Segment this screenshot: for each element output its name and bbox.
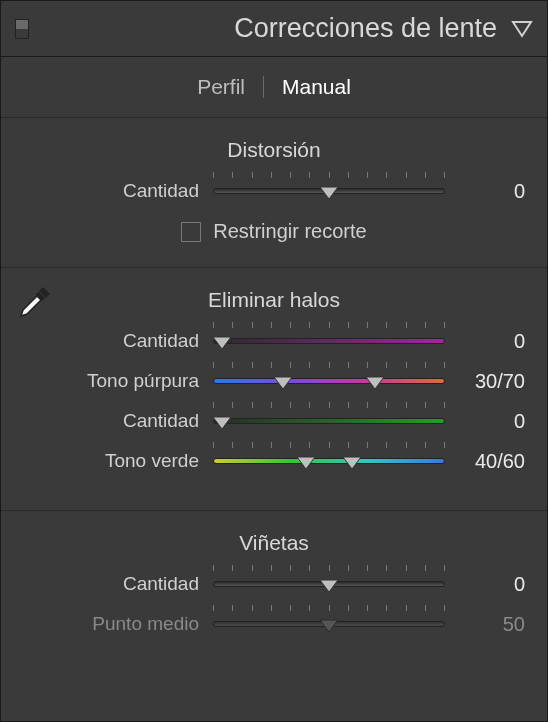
panel-body: Perfil Manual Distorsión Cantidad 0 xyxy=(1,57,547,673)
svg-marker-5 xyxy=(366,377,384,389)
vignette-section: Viñetas Cantidad 0 Punto medio xyxy=(1,511,547,673)
svg-marker-1 xyxy=(320,187,338,199)
green-amount-row: Cantidad 0 xyxy=(23,406,525,436)
distortion-amount-row: Cantidad 0 xyxy=(23,176,525,206)
purple-hue-label: Tono púrpura xyxy=(23,370,213,392)
vignette-amount-slider[interactable] xyxy=(213,571,445,597)
vignette-midpoint-slider[interactable] xyxy=(213,611,445,637)
distortion-section: Distorsión Cantidad 0 Restringir recorte xyxy=(1,118,547,268)
green-hue-value[interactable]: 40/60 xyxy=(445,450,525,473)
purple-hue-row: Tono púrpura 30/70 xyxy=(23,366,525,396)
slider-handle-low-icon[interactable] xyxy=(295,450,317,472)
svg-marker-4 xyxy=(274,377,292,389)
distortion-amount-value[interactable]: 0 xyxy=(445,180,525,203)
disclosure-triangle-icon[interactable] xyxy=(511,19,533,39)
constrain-crop-row: Restringir recorte xyxy=(23,220,525,243)
svg-marker-3 xyxy=(213,337,231,349)
green-hue-row: Tono verde 40/60 xyxy=(23,446,525,476)
slider-handle-icon[interactable] xyxy=(318,613,340,635)
mode-tabs: Perfil Manual xyxy=(1,57,547,118)
distortion-amount-label: Cantidad xyxy=(23,180,213,202)
purple-amount-slider[interactable] xyxy=(213,328,445,354)
svg-marker-0 xyxy=(513,22,531,36)
svg-marker-10 xyxy=(320,620,338,632)
panel-enable-toggle[interactable] xyxy=(15,19,29,39)
eyedropper-icon xyxy=(13,282,55,324)
eyedropper-tool[interactable] xyxy=(7,276,61,330)
slider-handle-icon[interactable] xyxy=(318,573,340,595)
slider-handle-icon[interactable] xyxy=(211,330,233,352)
green-amount-slider[interactable] xyxy=(213,408,445,434)
vignette-midpoint-label: Punto medio xyxy=(23,613,213,635)
slider-handle-high-icon[interactable] xyxy=(364,370,386,392)
svg-marker-8 xyxy=(343,457,361,469)
svg-marker-7 xyxy=(297,457,315,469)
purple-hue-value[interactable]: 30/70 xyxy=(445,370,525,393)
tab-profile[interactable]: Perfil xyxy=(197,75,245,99)
defringe-section: Eliminar halos Cantidad 0 Tono púrpura xyxy=(1,268,547,511)
svg-marker-9 xyxy=(320,580,338,592)
vignette-amount-value[interactable]: 0 xyxy=(445,573,525,596)
vignette-midpoint-row: Punto medio 50 xyxy=(23,609,525,639)
tab-separator xyxy=(263,76,264,98)
constrain-crop-label: Restringir recorte xyxy=(213,220,366,243)
purple-amount-value[interactable]: 0 xyxy=(445,330,525,353)
green-amount-label: Cantidad xyxy=(23,410,213,432)
slider-handle-icon[interactable] xyxy=(211,410,233,432)
constrain-crop-checkbox[interactable] xyxy=(181,222,201,242)
slider-handle-low-icon[interactable] xyxy=(272,370,294,392)
defringe-title: Eliminar halos xyxy=(23,288,525,312)
vignette-amount-label: Cantidad xyxy=(23,573,213,595)
vignette-midpoint-value[interactable]: 50 xyxy=(445,613,525,636)
panel-title: Correcciones de lente xyxy=(234,13,497,44)
green-amount-value[interactable]: 0 xyxy=(445,410,525,433)
svg-marker-6 xyxy=(213,417,231,429)
green-hue-slider[interactable] xyxy=(213,448,445,474)
tab-manual[interactable]: Manual xyxy=(282,75,351,99)
vignette-title: Viñetas xyxy=(23,531,525,555)
distortion-amount-slider[interactable] xyxy=(213,178,445,204)
vignette-amount-row: Cantidad 0 xyxy=(23,569,525,599)
purple-hue-slider[interactable] xyxy=(213,368,445,394)
lens-corrections-panel: Correcciones de lente Perfil Manual Dist… xyxy=(0,0,548,722)
slider-handle-high-icon[interactable] xyxy=(341,450,363,472)
purple-amount-row: Cantidad 0 xyxy=(23,326,525,356)
distortion-title: Distorsión xyxy=(23,138,525,162)
green-hue-label: Tono verde xyxy=(23,450,213,472)
slider-handle-icon[interactable] xyxy=(318,180,340,202)
panel-header: Correcciones de lente xyxy=(1,1,547,57)
purple-amount-label: Cantidad xyxy=(23,330,213,352)
